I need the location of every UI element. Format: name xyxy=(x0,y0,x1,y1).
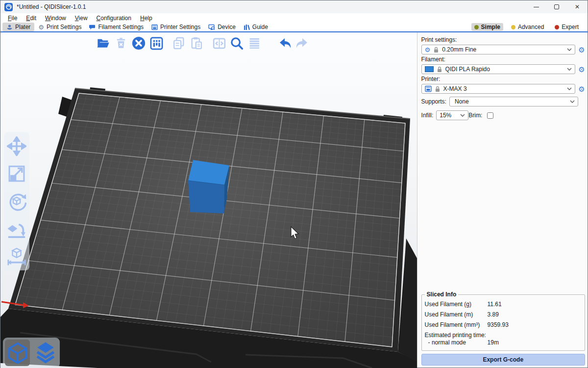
menu-bar: File Edit Window View Configuration Help xyxy=(0,13,588,23)
top-toolbar xyxy=(95,35,311,52)
mode-simple[interactable]: Simple xyxy=(471,23,503,31)
menu-help[interactable]: Help xyxy=(136,14,157,22)
mode-expert[interactable]: Expert xyxy=(552,23,582,31)
tab-filament-settings[interactable]: Filament Settings xyxy=(85,23,147,31)
printer-icon xyxy=(425,85,432,92)
split-window-icon xyxy=(212,36,226,51)
maximize-icon xyxy=(554,4,559,9)
print-settings-dropdown[interactable]: ⚙ 0.20mm Fine xyxy=(421,45,575,54)
chevron-down-icon xyxy=(567,48,572,51)
mode-advanced[interactable]: Advanced xyxy=(508,23,547,31)
trash-icon xyxy=(115,37,127,50)
maximize-button[interactable] xyxy=(546,0,567,13)
print-settings-label: Print settings: xyxy=(421,36,586,43)
preview-view-button[interactable] xyxy=(33,340,58,366)
settings-panel: Print settings: ⚙ 0.20mm Fine ⚙ Filament… xyxy=(417,32,588,368)
sliced-info-title: Sliced Info xyxy=(425,291,459,298)
undo-arrow-icon xyxy=(277,36,292,51)
redo-button[interactable] xyxy=(294,35,311,52)
paste-icon xyxy=(190,36,203,50)
close-button[interactable]: ✕ xyxy=(567,0,588,13)
paste-button[interactable] xyxy=(188,35,205,52)
minimize-button[interactable] xyxy=(526,0,546,13)
open-project-button[interactable] xyxy=(95,35,112,52)
tab-printer-settings[interactable]: Printer Settings xyxy=(147,23,204,31)
measure-button[interactable] xyxy=(6,244,27,268)
mode-switcher: Simple Advanced Expert xyxy=(471,23,586,31)
simple-dot-icon xyxy=(474,25,479,29)
filament-label: Filament: xyxy=(421,56,586,63)
menu-configuration[interactable]: Configuration xyxy=(92,14,136,22)
print-settings-gear-button[interactable]: ⚙ xyxy=(577,46,586,53)
supports-dropdown[interactable]: None xyxy=(449,97,578,106)
printer-gear-button[interactable]: ⚙ xyxy=(577,85,586,93)
filament-color-swatch xyxy=(425,66,434,72)
tab-guide[interactable]: Guide xyxy=(240,23,272,31)
tab-bar: Plater ⚙ Print Settings Filament Setting… xyxy=(0,23,588,32)
copy-button[interactable] xyxy=(170,35,188,52)
rotate-button[interactable] xyxy=(6,189,27,213)
sliced-info-row: Used Filament (g) 11.61 xyxy=(425,299,582,309)
lock-icon xyxy=(435,86,441,92)
tab-device[interactable]: Device xyxy=(204,23,240,31)
gear-icon: ⚙ xyxy=(38,24,44,30)
3d-scene[interactable] xyxy=(0,32,417,368)
open-folder-icon xyxy=(96,36,111,50)
3d-viewport[interactable] xyxy=(0,32,417,368)
infill-dropdown[interactable]: 15% xyxy=(436,110,468,120)
guide-books-icon xyxy=(244,24,250,30)
layer-lines-icon xyxy=(247,36,261,50)
scale-button[interactable] xyxy=(6,162,27,185)
circle-x-icon xyxy=(131,36,146,51)
printer-value: X-MAX 3 xyxy=(443,85,564,92)
move-button[interactable] xyxy=(6,134,27,158)
printer-dropdown[interactable]: X-MAX 3 xyxy=(421,84,575,94)
print-bed[interactable] xyxy=(15,93,405,347)
expert-dot-icon xyxy=(555,25,559,29)
close-icon: ✕ xyxy=(575,3,580,10)
infill-value: 15% xyxy=(440,112,457,119)
filament-icon xyxy=(89,24,96,30)
side-toolbar xyxy=(4,132,29,270)
model-cube[interactable] xyxy=(188,160,229,213)
editor-view-button[interactable] xyxy=(5,340,30,366)
sliced-info-row: - normal mode 19m xyxy=(425,339,582,348)
split-objects-button[interactable] xyxy=(210,35,228,52)
search-button[interactable] xyxy=(228,35,245,52)
arrange-grid-icon xyxy=(149,36,164,51)
delete-button[interactable] xyxy=(112,35,130,52)
sliced-info-row: Estimated printing time: xyxy=(425,330,582,339)
menu-view[interactable]: View xyxy=(71,14,92,22)
sliced-info-box: Sliced Info Used Filament (g) 11.61 Used… xyxy=(421,291,585,351)
tab-print-settings[interactable]: ⚙ Print Settings xyxy=(34,23,85,31)
supports-value: None xyxy=(453,98,567,105)
sliced-info-row: Used Filament (m) 3.89 xyxy=(425,309,582,319)
filament-dropdown[interactable]: QIDI PLA Rapido xyxy=(421,64,575,74)
cube-3d-icon xyxy=(7,342,28,364)
filament-gear-button[interactable]: ⚙ xyxy=(577,66,586,73)
variable-layer-height-button[interactable] xyxy=(245,35,263,52)
place-on-face-button[interactable] xyxy=(6,217,27,240)
brim-checkbox[interactable] xyxy=(487,112,493,119)
chevron-down-icon xyxy=(570,100,575,103)
layers-icon xyxy=(35,342,56,364)
delete-all-button[interactable] xyxy=(130,35,147,52)
menu-window[interactable]: Window xyxy=(41,14,71,22)
device-monitor-icon xyxy=(208,24,215,30)
export-gcode-button[interactable]: Export G-code xyxy=(421,354,585,366)
printer-label: Printer: xyxy=(421,76,586,82)
menu-file[interactable]: File xyxy=(3,14,22,22)
undo-button[interactable] xyxy=(276,35,294,52)
menu-edit[interactable]: Edit xyxy=(22,14,41,22)
search-icon xyxy=(229,36,244,51)
app-window: *Untitled - QIDISlicer-1.0.1 ✕ File Edit… xyxy=(0,0,588,368)
tab-plater[interactable]: Plater xyxy=(2,23,34,31)
print-settings-value: 0.20mm Fine xyxy=(442,46,564,53)
copy-icon xyxy=(172,36,186,50)
title-bar: *Untitled - QIDISlicer-1.0.1 ✕ xyxy=(0,0,588,13)
arrange-button[interactable] xyxy=(147,35,165,52)
window-title: *Untitled - QIDISlicer-1.0.1 xyxy=(17,3,86,10)
view-toggle-bar xyxy=(3,338,60,368)
lock-icon xyxy=(433,47,439,53)
minimize-icon xyxy=(534,7,539,7)
